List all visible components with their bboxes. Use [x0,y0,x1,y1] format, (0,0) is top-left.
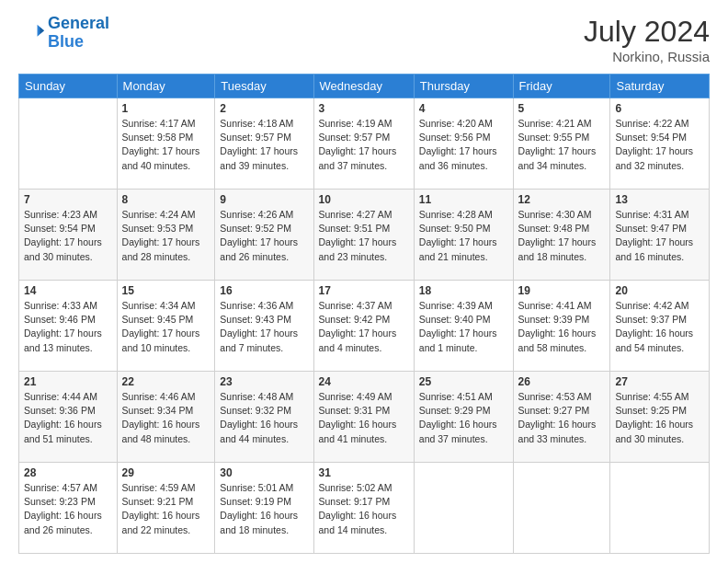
day-number: 24 [319,375,409,388]
logo-icon [18,20,44,46]
calendar-cell: 25Sunrise: 4:51 AM Sunset: 9:29 PM Dayli… [414,372,513,463]
calendar-cell: 14Sunrise: 4:33 AM Sunset: 9:46 PM Dayli… [19,281,118,372]
day-info: Sunrise: 4:33 AM Sunset: 9:46 PM Dayligh… [24,299,112,355]
day-info: Sunrise: 4:44 AM Sunset: 9:36 PM Dayligh… [24,390,112,446]
page: General Blue July 2024 Norkino, Russia S… [0,0,728,563]
day-number: 18 [419,284,508,297]
calendar-cell: 30Sunrise: 5:01 AM Sunset: 9:19 PM Dayli… [215,463,313,554]
day-number: 13 [615,193,704,206]
calendar-cell: 13Sunrise: 4:31 AM Sunset: 9:47 PM Dayli… [610,190,710,281]
day-number: 1 [122,102,210,115]
day-info: Sunrise: 4:23 AM Sunset: 9:54 PM Dayligh… [24,208,112,264]
day-number: 4 [419,102,508,115]
calendar-cell: 16Sunrise: 4:36 AM Sunset: 9:43 PM Dayli… [215,281,313,372]
calendar-cell: 5Sunrise: 4:21 AM Sunset: 9:55 PM Daylig… [513,98,610,190]
day-info: Sunrise: 4:28 AM Sunset: 9:50 PM Dayligh… [419,208,508,264]
week-row-3: 14Sunrise: 4:33 AM Sunset: 9:46 PM Dayli… [19,281,710,372]
day-number: 5 [518,102,606,115]
day-info: Sunrise: 4:19 AM Sunset: 9:57 PM Dayligh… [319,117,409,173]
day-info: Sunrise: 4:20 AM Sunset: 9:56 PM Dayligh… [419,117,508,173]
calendar-cell: 15Sunrise: 4:34 AM Sunset: 9:45 PM Dayli… [117,281,215,372]
calendar-cell: 11Sunrise: 4:28 AM Sunset: 9:50 PM Dayli… [414,190,513,281]
calendar-cell: 3Sunrise: 4:19 AM Sunset: 9:57 PM Daylig… [313,98,414,190]
day-number: 9 [220,193,308,206]
weekday-header-monday: Monday [117,75,215,98]
day-number: 30 [220,466,308,479]
day-number: 26 [518,375,606,388]
svg-marker-1 [40,27,44,33]
day-info: Sunrise: 4:24 AM Sunset: 9:53 PM Dayligh… [122,208,210,264]
calendar-cell: 10Sunrise: 4:27 AM Sunset: 9:51 PM Dayli… [313,190,414,281]
calendar-cell: 17Sunrise: 4:37 AM Sunset: 9:42 PM Dayli… [313,281,414,372]
day-number: 14 [24,284,112,297]
day-info: Sunrise: 5:02 AM Sunset: 9:17 PM Dayligh… [319,481,409,537]
day-info: Sunrise: 4:30 AM Sunset: 9:48 PM Dayligh… [518,208,606,264]
day-number: 28 [24,466,112,479]
day-info: Sunrise: 4:39 AM Sunset: 9:40 PM Dayligh… [419,299,508,355]
day-info: Sunrise: 4:21 AM Sunset: 9:55 PM Dayligh… [518,117,606,173]
calendar-cell [414,463,513,554]
day-number: 8 [122,193,210,206]
day-info: Sunrise: 4:27 AM Sunset: 9:51 PM Dayligh… [319,208,409,264]
calendar-cell: 27Sunrise: 4:55 AM Sunset: 9:25 PM Dayli… [610,372,710,463]
day-number: 22 [122,375,210,388]
day-number: 15 [122,284,210,297]
calendar-cell [610,463,710,554]
calendar-cell: 29Sunrise: 4:59 AM Sunset: 9:21 PM Dayli… [117,463,215,554]
weekday-header-row: SundayMondayTuesdayWednesdayThursdayFrid… [19,75,710,98]
calendar-cell: 6Sunrise: 4:22 AM Sunset: 9:54 PM Daylig… [610,98,710,190]
logo-line2: Blue [48,32,84,51]
calendar-cell: 23Sunrise: 4:48 AM Sunset: 9:32 PM Dayli… [215,372,313,463]
day-number: 29 [122,466,210,479]
day-number: 2 [220,102,308,115]
calendar-cell: 18Sunrise: 4:39 AM Sunset: 9:40 PM Dayli… [414,281,513,372]
day-number: 12 [518,193,606,206]
day-number: 11 [419,193,508,206]
day-info: Sunrise: 4:55 AM Sunset: 9:25 PM Dayligh… [615,390,704,446]
weekday-header-wednesday: Wednesday [313,75,414,98]
day-info: Sunrise: 4:41 AM Sunset: 9:39 PM Dayligh… [518,299,606,355]
calendar-cell [19,98,118,190]
day-info: Sunrise: 4:53 AM Sunset: 9:27 PM Dayligh… [518,390,606,446]
day-info: Sunrise: 4:42 AM Sunset: 9:37 PM Dayligh… [615,299,704,355]
day-number: 7 [24,193,112,206]
weekday-header-sunday: Sunday [19,75,118,98]
day-info: Sunrise: 5:01 AM Sunset: 9:19 PM Dayligh… [220,481,308,537]
calendar-cell: 20Sunrise: 4:42 AM Sunset: 9:37 PM Dayli… [610,281,710,372]
day-number: 20 [615,284,704,297]
calendar-cell: 26Sunrise: 4:53 AM Sunset: 9:27 PM Dayli… [513,372,610,463]
day-info: Sunrise: 4:49 AM Sunset: 9:31 PM Dayligh… [319,390,409,446]
day-number: 27 [615,375,704,388]
calendar-cell: 31Sunrise: 5:02 AM Sunset: 9:17 PM Dayli… [313,463,414,554]
calendar-table: SundayMondayTuesdayWednesdayThursdayFrid… [18,74,710,554]
month-year: July 2024 [584,15,710,49]
calendar-cell: 19Sunrise: 4:41 AM Sunset: 9:39 PM Dayli… [513,281,610,372]
logo-line1: General [48,14,109,32]
weekday-header-friday: Friday [513,75,610,98]
day-info: Sunrise: 4:37 AM Sunset: 9:42 PM Dayligh… [319,299,409,355]
day-info: Sunrise: 4:34 AM Sunset: 9:45 PM Dayligh… [122,299,210,355]
week-row-5: 28Sunrise: 4:57 AM Sunset: 9:23 PM Dayli… [19,463,710,554]
weekday-header-saturday: Saturday [610,75,710,98]
logo: General Blue [18,15,109,52]
week-row-2: 7Sunrise: 4:23 AM Sunset: 9:54 PM Daylig… [19,190,710,281]
week-row-4: 21Sunrise: 4:44 AM Sunset: 9:36 PM Dayli… [19,372,710,463]
day-number: 25 [419,375,508,388]
day-number: 23 [220,375,308,388]
day-info: Sunrise: 4:31 AM Sunset: 9:47 PM Dayligh… [615,208,704,264]
calendar-cell [513,463,610,554]
calendar-cell: 21Sunrise: 4:44 AM Sunset: 9:36 PM Dayli… [19,372,118,463]
day-info: Sunrise: 4:57 AM Sunset: 9:23 PM Dayligh… [24,481,112,537]
day-number: 19 [518,284,606,297]
calendar-cell: 8Sunrise: 4:24 AM Sunset: 9:53 PM Daylig… [117,190,215,281]
calendar-cell: 1Sunrise: 4:17 AM Sunset: 9:58 PM Daylig… [117,98,215,190]
day-info: Sunrise: 4:48 AM Sunset: 9:32 PM Dayligh… [220,390,308,446]
weekday-header-tuesday: Tuesday [215,75,313,98]
day-info: Sunrise: 4:51 AM Sunset: 9:29 PM Dayligh… [419,390,508,446]
day-number: 6 [615,102,704,115]
header: General Blue July 2024 Norkino, Russia [18,15,710,64]
calendar-cell: 4Sunrise: 4:20 AM Sunset: 9:56 PM Daylig… [414,98,513,190]
day-number: 31 [319,466,409,479]
calendar-cell: 9Sunrise: 4:26 AM Sunset: 9:52 PM Daylig… [215,190,313,281]
calendar-cell: 12Sunrise: 4:30 AM Sunset: 9:48 PM Dayli… [513,190,610,281]
